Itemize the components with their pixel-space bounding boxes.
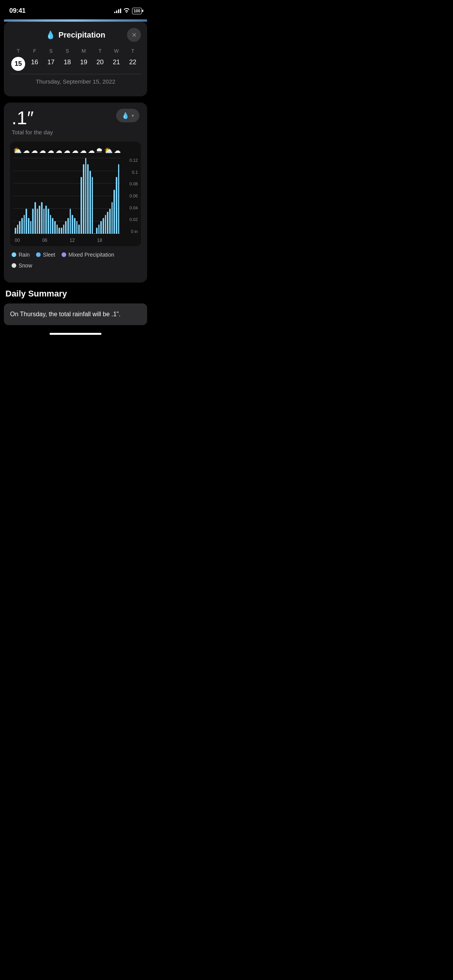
chart-x-label: 18: [97, 238, 102, 243]
chart-bar: [63, 224, 65, 234]
chart-bar: [54, 221, 56, 234]
chart-bar: [58, 228, 60, 234]
calendar-day-label: T: [125, 48, 141, 54]
chart-bar: [24, 215, 25, 234]
chart-bar: [19, 221, 21, 234]
chart-bar: [81, 177, 82, 234]
signal-bars-icon: [114, 9, 121, 13]
weather-condition-icon: ☁: [39, 146, 46, 155]
chart-bar: [109, 209, 111, 234]
weather-condition-icon: ⛅: [104, 146, 113, 155]
weather-condition-icon: ☁: [31, 146, 38, 155]
weather-condition-icon: ☁: [72, 146, 79, 155]
calendar-date[interactable]: 21: [108, 57, 125, 71]
calendar-date[interactable]: 16: [26, 57, 43, 71]
main-card: 💧 Precipitation ✕ TFSSMTWT 1516171819202…: [4, 22, 147, 96]
chart-bar: [57, 224, 58, 234]
chart-x-axis: 00061218: [13, 238, 104, 243]
close-button[interactable]: ✕: [127, 28, 141, 42]
calendar-date[interactable]: 15: [11, 57, 25, 71]
chart-bar: [113, 190, 115, 234]
chart-bar: [72, 215, 73, 234]
weather-condition-icon: 🌧: [96, 146, 103, 155]
chart-bar: [50, 215, 51, 234]
measurement-left: .1″ Total for the day: [12, 109, 53, 135]
weather-condition-icon: ☁: [88, 146, 95, 155]
weather-condition-icon: ☁: [47, 146, 54, 155]
daily-summary-section: Daily Summary On Thursday, the total rai…: [0, 289, 151, 325]
chart-bar: [45, 206, 47, 234]
battery-level: 100: [134, 9, 140, 13]
chart-bar: [21, 218, 23, 234]
chart-bar: [94, 233, 95, 234]
chart-bar: [96, 228, 98, 234]
status-bar: 09:41 100: [0, 0, 151, 19]
chart-legend: RainSleetMixed PrecipitationSnow: [10, 252, 141, 269]
weather-icons-row: ⛅☁☁☁☁☁☁☁☁☁🌧⛅☁: [13, 146, 138, 155]
calendar-day-label: W: [108, 48, 125, 54]
legend-label: Sleet: [43, 252, 55, 258]
legend-label: Mixed Precipitation: [69, 252, 114, 258]
calendar-day-label: T: [92, 48, 108, 54]
chart-bar: [116, 177, 117, 234]
chart-bars: [13, 158, 121, 234]
chart-bar: [112, 202, 113, 234]
chart-bar: [89, 171, 91, 234]
calendar-date[interactable]: 22: [125, 57, 141, 71]
chart-bar: [67, 218, 69, 234]
chevron-down-icon: ▾: [132, 113, 134, 118]
chart-y-label: 0.06: [130, 194, 138, 198]
calendar: TFSSMTWT 1516171819202122 Thursday, Sept…: [10, 48, 141, 85]
legend-dot: [62, 252, 66, 257]
calendar-day-label: M: [76, 48, 92, 54]
calendar-dates: 1516171819202122: [10, 57, 141, 71]
chart-bar: [87, 164, 89, 234]
weather-condition-icon: ☁: [114, 146, 121, 155]
legend-item: Snow: [12, 262, 32, 269]
chart-y-label: 0.08: [130, 182, 138, 186]
chart-y-label: 0 in: [131, 229, 138, 234]
chart-bar: [78, 224, 80, 234]
unit-toggle-icon: 💧: [122, 112, 129, 119]
measurement-section: .1″ Total for the day 💧 ▾: [10, 109, 141, 135]
measurement-label: Total for the day: [12, 129, 53, 135]
daily-summary-text: On Thursday, the total rainfall will be …: [10, 310, 141, 319]
calendar-date[interactable]: 19: [76, 57, 92, 71]
calendar-day-label: S: [59, 48, 76, 54]
chart-y-label: 0.04: [130, 206, 138, 210]
card-title: Precipitation: [58, 31, 105, 39]
chart-bar: [74, 218, 76, 234]
chart-bar: [41, 202, 43, 234]
chart-bar: [39, 206, 40, 234]
chart-bar: [107, 212, 108, 234]
weather-condition-icon: ☁: [55, 146, 62, 155]
card-header: 💧 Precipitation ✕: [10, 28, 141, 42]
chart-bar: [98, 224, 100, 234]
weather-condition-icon: ⛅: [13, 146, 22, 155]
unit-toggle-button[interactable]: 💧 ▾: [116, 109, 139, 122]
chart-bar: [32, 209, 34, 234]
chart-x-label: 06: [42, 238, 47, 243]
chart-y-label: 0.02: [130, 217, 138, 222]
precipitation-chart: ⛅☁☁☁☁☁☁☁☁☁🌧⛅☁ 00061218: [10, 142, 141, 246]
legend-item: Mixed Precipitation: [62, 252, 114, 258]
chart-bar: [37, 209, 38, 234]
measurement-value: .1″: [12, 109, 53, 127]
card-title-row: 💧 Precipitation: [24, 30, 127, 39]
calendar-date[interactable]: 18: [59, 57, 76, 71]
legend-item: Rain: [12, 252, 30, 258]
chart-bar: [52, 218, 53, 234]
chart-bar: [70, 209, 71, 234]
weather-condition-icon: ☁: [80, 146, 87, 155]
legend-label: Rain: [19, 252, 30, 258]
chart-area: 00061218 0.120.10.080.060.040.020 in: [13, 158, 138, 243]
chart-bar: [118, 164, 120, 234]
calendar-date[interactable]: 17: [43, 57, 59, 71]
calendar-date[interactable]: 20: [92, 57, 108, 71]
chart-bar: [92, 177, 93, 234]
selected-date-label: Thursday, September 15, 2022: [10, 74, 141, 85]
calendar-day-label: F: [26, 48, 43, 54]
chart-bar: [100, 221, 102, 234]
chart-bar: [30, 221, 32, 234]
calendar-day-label: S: [43, 48, 59, 54]
